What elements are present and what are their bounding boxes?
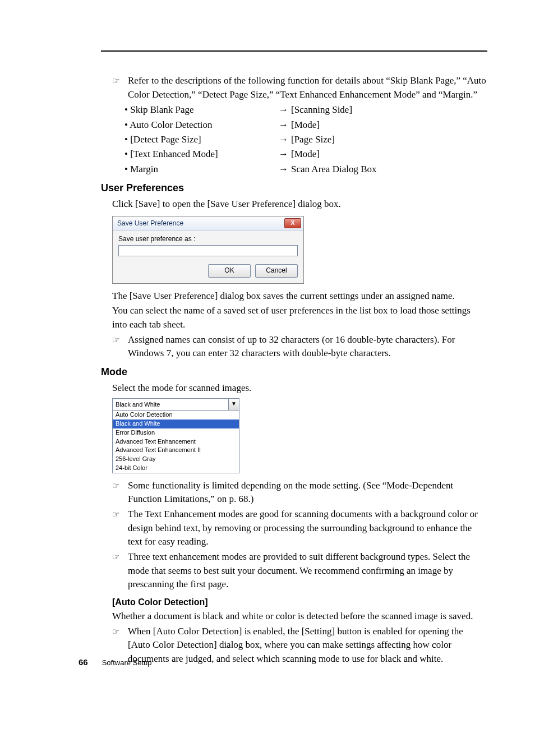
mode-combobox[interactable]: Black and White ▼ Auto Color DetectionBl… bbox=[112, 398, 239, 473]
mode-option-list[interactable]: Auto Color DetectionBlack and WhiteError… bbox=[113, 411, 239, 472]
dialog-title: Save User Preference bbox=[117, 219, 284, 227]
preference-name-input[interactable] bbox=[118, 245, 298, 256]
reference-left: • [Text Enhanced Mode] bbox=[124, 147, 279, 162]
mode-option[interactable]: Error Diffusion bbox=[113, 428, 239, 437]
arrow-right-icon: → bbox=[279, 162, 291, 177]
reference-right: Scan Area Dialog Box bbox=[291, 162, 377, 177]
reference-left: • Margin bbox=[124, 162, 279, 177]
mode-option[interactable]: Advanced Text Enhancement II bbox=[113, 446, 239, 455]
mode-option[interactable]: 256-level Gray bbox=[113, 455, 239, 464]
mode-option[interactable]: Auto Color Detection bbox=[113, 411, 239, 420]
heading-auto-color-detection: [Auto Color Detection] bbox=[112, 597, 487, 607]
mode-note-3: Three text enhancement modes are provide… bbox=[128, 550, 487, 592]
mode-intro: Select the mode for scanned images. bbox=[112, 381, 487, 395]
user-pref-intro: Click [Save] to open the [Save User Pref… bbox=[112, 197, 487, 211]
chevron-down-icon[interactable]: ▼ bbox=[228, 399, 239, 410]
note-icon: ☞ bbox=[112, 550, 128, 563]
note-icon: ☞ bbox=[112, 333, 128, 346]
reference-row: • Margin→ Scan Area Dialog Box bbox=[124, 162, 487, 177]
reference-row: • Skip Blank Page→ [Scanning Side] bbox=[124, 103, 487, 117]
arrow-right-icon: → bbox=[279, 132, 291, 147]
mode-combobox-value: Black and White bbox=[113, 401, 228, 408]
mode-option[interactable]: Black and White bbox=[113, 420, 239, 428]
reference-right: [Mode] bbox=[291, 147, 320, 162]
mode-option[interactable]: Advanced Text Enhancement bbox=[113, 437, 239, 446]
heading-mode: Mode bbox=[101, 366, 487, 378]
arrow-right-icon: → bbox=[279, 103, 291, 117]
mode-note-2: The Text Enhancement modes are good for … bbox=[128, 508, 487, 549]
arrow-right-icon: → bbox=[279, 147, 291, 162]
intro-note-text: Refer to the descriptions of the followi… bbox=[128, 74, 487, 102]
footer-section: Software Setup bbox=[102, 658, 152, 667]
heading-user-preferences: User Preferences bbox=[101, 182, 487, 194]
function-reference-list: • Skip Blank Page→ [Scanning Side]• Auto… bbox=[124, 103, 487, 177]
save-user-preference-dialog: Save User Preference X Save user prefere… bbox=[112, 216, 304, 284]
reference-right: [Scanning Side] bbox=[291, 103, 352, 117]
ok-button[interactable]: OK bbox=[208, 264, 251, 278]
arrow-right-icon: → bbox=[279, 118, 291, 132]
auto-color-para: Whether a document is black and white or… bbox=[112, 610, 487, 624]
dialog-close-button[interactable]: X bbox=[284, 218, 301, 228]
dialog-field-label: Save user preference as : bbox=[118, 235, 298, 243]
page-number: 66 bbox=[79, 657, 88, 667]
header-rule bbox=[101, 50, 487, 52]
reference-row: • [Text Enhanced Mode]→ [Mode] bbox=[124, 147, 487, 162]
reference-left: • Auto Color Detection bbox=[124, 118, 279, 132]
note-icon: ☞ bbox=[112, 508, 128, 520]
reference-row: • Auto Color Detection→ [Mode] bbox=[124, 118, 487, 132]
reference-right: [Page Size] bbox=[291, 132, 335, 147]
mode-option[interactable]: 24-bit Color bbox=[113, 464, 239, 473]
user-pref-para1: The [Save User Preference] dialog box sa… bbox=[112, 289, 487, 303]
reference-row: • [Detect Page Size]→ [Page Size] bbox=[124, 132, 487, 147]
user-pref-para2: You can select the name of a saved set o… bbox=[112, 304, 487, 331]
user-pref-note: Assigned names can consist of up to 32 c… bbox=[128, 333, 487, 361]
cancel-button[interactable]: Cancel bbox=[255, 264, 298, 278]
note-icon: ☞ bbox=[112, 479, 128, 492]
dialog-titlebar: Save User Preference X bbox=[113, 216, 303, 231]
reference-left: • Skip Blank Page bbox=[124, 103, 279, 117]
auto-color-note: When [Auto Color Detection] is enabled, … bbox=[128, 625, 487, 666]
reference-right: [Mode] bbox=[291, 118, 320, 132]
page-footer: 66 Software Setup bbox=[79, 657, 152, 667]
note-icon: ☞ bbox=[112, 625, 128, 638]
reference-left: • [Detect Page Size] bbox=[124, 132, 279, 147]
mode-note-1: Some functionality is limited depending … bbox=[128, 479, 487, 506]
note-icon: ☞ bbox=[112, 74, 128, 87]
